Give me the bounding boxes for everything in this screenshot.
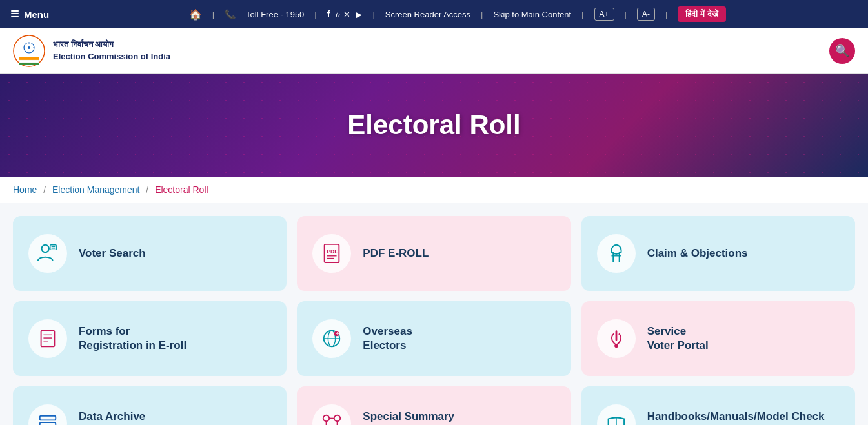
screen-reader-link[interactable]: Screen Reader Access (385, 10, 470, 19)
card-handbooks[interactable]: Handbooks/Manuals/Model Check List (581, 386, 855, 425)
topbar-center: 🏠 | 📞 Toll Free - 1950 | f 𝓲 ✕ ▶ | Scree… (57, 6, 858, 22)
data-archive-label: Data Archive E-Roll Data (79, 410, 145, 425)
voter-search-label: Voter Search (79, 246, 146, 261)
site-header: भारत निर्वाचन आयोग Election Commission o… (0, 28, 868, 74)
card-forms-registration[interactable]: Forms for Registration in E-roll (13, 301, 287, 376)
svg-rect-11 (50, 245, 56, 250)
instagram-icon[interactable]: 𝓲 (335, 9, 338, 20)
overseas-electors-label: Overseas Electors (363, 324, 412, 353)
svg-point-34 (323, 415, 329, 421)
svg-point-30 (614, 344, 618, 348)
breadcrumb-election-mgmt[interactable]: Election Management (52, 184, 139, 195)
svg-text:✈: ✈ (336, 331, 339, 336)
service-voter-portal-label: Service Voter Portal (647, 324, 709, 353)
org-english: Election Commission of India (53, 51, 170, 63)
eci-emblem (13, 35, 45, 67)
special-summary-icon (312, 404, 351, 425)
home-icon[interactable]: 🏠 (189, 8, 202, 21)
forms-registration-icon (28, 319, 67, 358)
org-hindi: भारत निर्वाचन आयोग (53, 39, 170, 50)
svg-rect-8 (19, 60, 39, 63)
facebook-icon[interactable]: f (327, 9, 330, 19)
svg-text:PDF: PDF (327, 248, 338, 255)
social-icons: f 𝓲 ✕ ▶ (327, 9, 363, 20)
cards-grid: Voter SearchPDFPDF E-ROLLClaim & Objecti… (0, 203, 868, 425)
breadcrumb-home[interactable]: Home (13, 184, 37, 195)
svg-rect-7 (19, 57, 39, 60)
breadcrumb-current: Electoral Roll (155, 184, 208, 195)
card-voter-search[interactable]: Voter Search (13, 216, 287, 291)
twitter-icon[interactable]: ✕ (343, 10, 350, 19)
claim-objections-label: Claim & Objections (647, 246, 748, 261)
card-special-summary[interactable]: Special Summary Revision (297, 386, 570, 425)
card-overseas-electors[interactable]: ✈Overseas Electors (297, 301, 570, 376)
svg-point-10 (42, 245, 49, 252)
phone-icon: 📞 (225, 9, 236, 19)
svg-rect-32 (40, 422, 56, 425)
hindi-button[interactable]: हिंदी में देखें (678, 6, 725, 22)
logo-area: भारत निर्वाचन आयोग Election Commission o… (13, 35, 170, 67)
header-search-button[interactable]: 🔍 (829, 38, 855, 64)
handbooks-label: Handbooks/Manuals/Model Check List (647, 410, 840, 425)
font-decrease-button[interactable]: A- (637, 8, 655, 21)
skip-content-link[interactable]: Skip to Main Content (493, 10, 571, 19)
svg-rect-31 (40, 416, 56, 420)
hero-title: Electoral Roll (347, 110, 520, 141)
menu-label: Menu (24, 9, 49, 20)
font-increase-button[interactable]: A+ (594, 8, 614, 21)
card-service-voter-portal[interactable]: Service Voter Portal (581, 301, 855, 376)
card-data-archive[interactable]: Data Archive E-Roll Data (13, 386, 287, 425)
menu-button[interactable]: ☰ Menu (10, 8, 49, 20)
hamburger-icon: ☰ (10, 8, 19, 20)
svg-point-35 (334, 415, 340, 421)
overseas-electors-icon: ✈ (312, 319, 351, 358)
claim-objections-icon (597, 234, 636, 273)
svg-rect-9 (19, 63, 39, 65)
topbar: ☰ Menu 🏠 | 📞 Toll Free - 1950 | f 𝓲 ✕ ▶ … (0, 0, 868, 28)
special-summary-label: Special Summary Revision (363, 410, 454, 425)
voter-search-icon (28, 234, 67, 273)
pdf-eroll-label: PDF E-ROLL (363, 246, 429, 261)
handbooks-icon (597, 404, 636, 425)
svg-rect-21 (41, 331, 55, 347)
data-archive-icon (28, 404, 67, 425)
card-claim-objections[interactable]: Claim & Objections (581, 216, 855, 291)
logo-text: भारत निर्वाचन आयोग Election Commission o… (53, 39, 170, 62)
svg-point-2 (28, 46, 30, 49)
service-voter-portal-icon (597, 319, 636, 358)
card-pdf-eroll[interactable]: PDFPDF E-ROLL (297, 216, 570, 291)
pdf-eroll-icon: PDF (312, 234, 351, 273)
search-icon: 🔍 (835, 44, 849, 58)
forms-registration-label: Forms for Registration in E-roll (79, 324, 187, 353)
youtube-icon[interactable]: ▶ (356, 10, 362, 19)
breadcrumb: Home / Election Management / Electoral R… (0, 177, 868, 203)
toll-free: Toll Free - 1950 (246, 10, 304, 19)
hero-banner: Electoral Roll (0, 74, 868, 177)
